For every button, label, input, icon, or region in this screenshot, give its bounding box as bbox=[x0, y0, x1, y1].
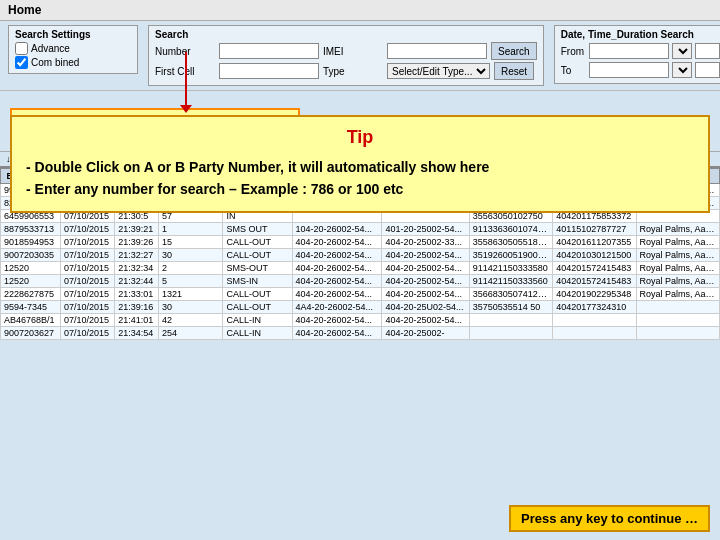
table-cell: Royal Palms, Aary C bbox=[636, 288, 719, 301]
table-row[interactable]: 900720303507/10/201521:32:2730CALL-OUT40… bbox=[1, 249, 720, 262]
table-cell: 404-20-25002-54... bbox=[382, 288, 469, 301]
table-cell: CALL-OUT bbox=[223, 301, 292, 314]
table-cell: 21:39:16 bbox=[115, 301, 159, 314]
table-row[interactable]: AB46768B/107/10/201521:41:0142CALL-IN404… bbox=[1, 314, 720, 327]
to-time-select[interactable]: ▼ bbox=[672, 62, 692, 78]
imei-label: IMEI bbox=[323, 46, 383, 57]
table-cell bbox=[636, 301, 719, 314]
table-cell bbox=[553, 327, 636, 340]
table-cell: 21:33:01 bbox=[115, 288, 159, 301]
table-row[interactable]: 900720362707/10/201521:34:54254CALL-IN40… bbox=[1, 327, 720, 340]
to-label: To bbox=[561, 65, 586, 76]
tooltip-box: Tip - Double Click on A or B Party Numbe… bbox=[10, 115, 710, 213]
table-cell: 07/10/2015 bbox=[60, 223, 114, 236]
table-cell: 404-20-26002-54... bbox=[292, 288, 382, 301]
controls-area: Search Settings Advance Com bined Search… bbox=[0, 21, 720, 91]
advance-checkbox[interactable] bbox=[15, 42, 28, 55]
table-cell: 404-20-26002-54... bbox=[292, 262, 382, 275]
table-cell: SMS OUT bbox=[223, 223, 292, 236]
from-time-select[interactable]: ▼ bbox=[672, 43, 692, 59]
table-cell: Royal Palms, Aary C bbox=[636, 223, 719, 236]
table-cell: 254 bbox=[159, 327, 223, 340]
to-input[interactable] bbox=[589, 62, 669, 78]
table-cell: 404-20-26002-54... bbox=[292, 236, 382, 249]
combined-label: Com bined bbox=[31, 57, 79, 68]
table-cell: 21:32:44 bbox=[115, 275, 159, 288]
table-cell: 8879533713 bbox=[1, 223, 61, 236]
table-cell: 404-20-25002-54... bbox=[382, 249, 469, 262]
title-bar: Home bbox=[0, 0, 720, 21]
table-cell: 07/10/2015 bbox=[60, 236, 114, 249]
table-row[interactable]: 901859495307/10/201521:39:2615CALL-OUT40… bbox=[1, 236, 720, 249]
table-cell: 404201572415483 bbox=[553, 275, 636, 288]
type-select[interactable]: Select/Edit Type... bbox=[387, 63, 490, 79]
table-cell: 404-20-26002-54... bbox=[292, 249, 382, 262]
table-cell: 911421150333580 bbox=[469, 262, 552, 275]
table-cell: 07/10/2015 bbox=[60, 275, 114, 288]
table-cell: 07/10/2015 bbox=[60, 327, 114, 340]
imei-input[interactable] bbox=[387, 43, 487, 59]
from-input[interactable] bbox=[589, 43, 669, 59]
table-cell: Royal Palms, Aary C bbox=[636, 262, 719, 275]
number-input[interactable] bbox=[219, 43, 319, 59]
table-cell: 911336360107427 27 bbox=[469, 223, 552, 236]
press-key-box: Press any key to continue … bbox=[509, 505, 710, 532]
combined-checkbox-row: Com bined bbox=[15, 56, 131, 69]
table-cell: 401-20-25002-54... bbox=[382, 223, 469, 236]
datetime-group: Date, Time_Duration Search From ▼ 0 ▼ Se… bbox=[554, 25, 720, 84]
search-group: Search Number IMEI Search First Cell Typ… bbox=[148, 25, 544, 86]
table-cell: 15 bbox=[159, 236, 223, 249]
table-cell: 9007203627 bbox=[1, 327, 61, 340]
table-cell: 07/10/2015 bbox=[60, 262, 114, 275]
reset-button[interactable]: Reset bbox=[494, 62, 534, 80]
table-cell: 404-20-25U02-54... bbox=[382, 301, 469, 314]
table-cell: 30 bbox=[159, 301, 223, 314]
table-cell: 21:34:54 bbox=[115, 327, 159, 340]
table-row[interactable]: 9594-734507/10/201521:39:1630CALL-OUT4A4… bbox=[1, 301, 720, 314]
press-key-text: Press any key to continue … bbox=[521, 511, 698, 526]
tooltip-body: - Double Click on A or B Party Number, i… bbox=[26, 156, 694, 201]
combined-checkbox[interactable] bbox=[15, 56, 28, 69]
from-duration-input[interactable]: 0 bbox=[695, 43, 720, 59]
table-cell: 40420177324310 bbox=[553, 301, 636, 314]
table-cell: 35586305055180 10 bbox=[469, 236, 552, 249]
table-cell: 404201902295348 bbox=[553, 288, 636, 301]
table-cell: 404-20-25002-54... bbox=[382, 262, 469, 275]
table-cell: 40115102787727 bbox=[553, 223, 636, 236]
to-duration-input[interactable]: 0 bbox=[695, 62, 720, 78]
table-cell: 9018594953 bbox=[1, 236, 61, 249]
firstcell-input[interactable] bbox=[219, 63, 319, 79]
table-cell: 5 bbox=[159, 275, 223, 288]
table-cell: 21:32:27 bbox=[115, 249, 159, 262]
table-cell: 1321 bbox=[159, 288, 223, 301]
table-cell: 12520 bbox=[1, 262, 61, 275]
table-cell: 404-20-26002-54... bbox=[292, 314, 382, 327]
table-cell: 4A4-20-26002-54... bbox=[292, 301, 382, 314]
table-row[interactable]: 1252007/10/201521:32:445SMS-IN404-20-260… bbox=[1, 275, 720, 288]
table-cell: 1 bbox=[159, 223, 223, 236]
table-cell: 9594-7345 bbox=[1, 301, 61, 314]
search-button[interactable]: Search bbox=[491, 42, 537, 60]
table-row[interactable]: 222862787507/10/201521:33:011321CALL-OUT… bbox=[1, 288, 720, 301]
table-cell: 2228627875 bbox=[1, 288, 61, 301]
table-cell: 404201030121500 bbox=[553, 249, 636, 262]
table-cell: CALL-IN bbox=[223, 314, 292, 327]
table-row[interactable]: 887953371307/10/201521:39:211SMS OUT104-… bbox=[1, 223, 720, 236]
table-cell: 404-20-26002-54... bbox=[292, 275, 382, 288]
table-cell: 404-20-25002-54... bbox=[382, 275, 469, 288]
table-cell: 2 bbox=[159, 262, 223, 275]
table-cell: 404201611207355 bbox=[553, 236, 636, 249]
table-cell: 07/10/2015 bbox=[60, 249, 114, 262]
table-cell: CALL-OUT bbox=[223, 249, 292, 262]
from-label: From bbox=[561, 46, 586, 57]
tooltip-title: Tip bbox=[26, 127, 694, 148]
table-cell: CALL-IN bbox=[223, 327, 292, 340]
table-cell bbox=[636, 327, 719, 340]
table-cell: SMS-IN bbox=[223, 275, 292, 288]
table-cell bbox=[469, 327, 552, 340]
table-cell: 35192600519007 60 bbox=[469, 249, 552, 262]
table-row[interactable]: 1252007/10/201521:32:342SMS-OUT404-20-26… bbox=[1, 262, 720, 275]
firstcell-row: First Cell Type Select/Edit Type... Rese… bbox=[155, 62, 537, 80]
table-cell: 404-20-25002- bbox=[382, 327, 469, 340]
table-cell: Royal Palms, Aary C bbox=[636, 236, 719, 249]
